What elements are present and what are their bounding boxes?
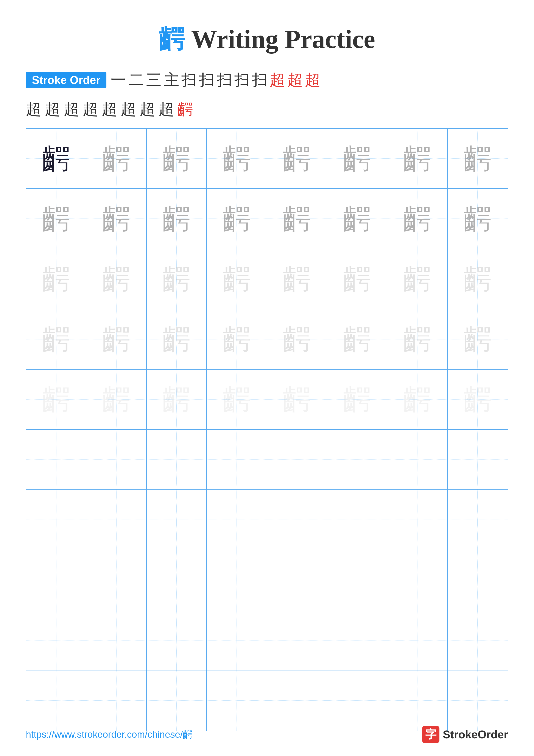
- grid-cell[interactable]: [147, 430, 207, 490]
- grid-row: [26, 430, 508, 490]
- stroke-order-badge: Stroke Order: [26, 72, 106, 88]
- grid-cell[interactable]: [207, 430, 267, 490]
- grid-cell[interactable]: 齶: [387, 249, 447, 309]
- grid-cell[interactable]: [447, 550, 508, 610]
- grid-cell[interactable]: 齶: [207, 189, 267, 249]
- grid-cell[interactable]: [207, 490, 267, 550]
- grid-cell[interactable]: [447, 490, 508, 550]
- grid-cell[interactable]: 齶: [267, 189, 327, 249]
- grid-cell[interactable]: 齶: [387, 309, 447, 369]
- grid-cell[interactable]: [447, 610, 508, 670]
- grid-cell[interactable]: 齶: [147, 309, 207, 369]
- grid-cell[interactable]: [447, 670, 508, 731]
- grid-cell[interactable]: 齶: [87, 129, 146, 189]
- grid-cell[interactable]: 齶: [26, 249, 87, 309]
- grid-cell[interactable]: 齶: [207, 249, 267, 309]
- grid-cell[interactable]: [387, 610, 447, 670]
- grid-cell[interactable]: [207, 550, 267, 610]
- grid-cell[interactable]: 齶: [26, 309, 87, 369]
- grid-cell[interactable]: 齶: [207, 309, 267, 369]
- grid-cell[interactable]: 齶: [327, 129, 387, 189]
- grid-cell[interactable]: [327, 430, 387, 490]
- grid-cell[interactable]: [327, 670, 387, 731]
- grid-cell[interactable]: [26, 670, 87, 731]
- grid-cell[interactable]: [87, 430, 146, 490]
- grid-cell[interactable]: [387, 490, 447, 550]
- grid-cell[interactable]: 齶: [87, 189, 146, 249]
- stroke-sequence-line2: 超 超 超 超 超 超 超 超 齶: [26, 99, 508, 120]
- grid-cell[interactable]: 齶: [387, 189, 447, 249]
- grid-cell[interactable]: 齶: [447, 369, 508, 430]
- page-header: 齶 Writing Practice: [26, 13, 508, 57]
- grid-cell[interactable]: 齶: [267, 369, 327, 430]
- grid-cell[interactable]: [147, 610, 207, 670]
- grid-cell[interactable]: [207, 670, 267, 731]
- grid-cell[interactable]: 齶: [327, 369, 387, 430]
- grid-cell[interactable]: 齶: [87, 249, 146, 309]
- grid-cell[interactable]: [387, 430, 447, 490]
- grid-cell[interactable]: 齶: [267, 309, 327, 369]
- grid-cell[interactable]: 齶: [447, 249, 508, 309]
- grid-cell[interactable]: 齶: [447, 189, 508, 249]
- grid-cell[interactable]: [26, 430, 87, 490]
- grid-row: [26, 550, 508, 610]
- footer-url[interactable]: https://www.strokeorder.com/chinese/齶: [26, 728, 192, 741]
- grid-cell[interactable]: [87, 670, 146, 731]
- grid-cell[interactable]: 齶: [147, 189, 207, 249]
- brand-icon: 字: [422, 726, 440, 743]
- grid-cell[interactable]: 齶: [147, 129, 207, 189]
- grid-cell[interactable]: [267, 430, 327, 490]
- grid-cell[interactable]: 齶: [447, 129, 508, 189]
- brand-name: StrokeOrder: [443, 728, 508, 741]
- grid-cell[interactable]: [87, 610, 146, 670]
- grid-cell[interactable]: 齶: [387, 369, 447, 430]
- featured-character: 齶: [159, 21, 185, 57]
- grid-cell[interactable]: 齶: [327, 309, 387, 369]
- grid-cell[interactable]: [87, 490, 146, 550]
- grid-cell[interactable]: [267, 490, 327, 550]
- grid-cell[interactable]: 齶: [267, 129, 327, 189]
- grid-cell[interactable]: [267, 550, 327, 610]
- grid-cell[interactable]: 齶: [147, 369, 207, 430]
- grid-cell[interactable]: 齶: [267, 249, 327, 309]
- grid-cell[interactable]: [387, 670, 447, 731]
- stroke-order-section: Stroke Order 一 二 三 主 扫 扫 扫 扫 扫 超 超 超: [26, 69, 508, 90]
- grid-cell[interactable]: 齶: [26, 129, 87, 189]
- footer: https://www.strokeorder.com/chinese/齶 字 …: [26, 726, 508, 743]
- grid-cell[interactable]: [26, 490, 87, 550]
- grid-cell[interactable]: [327, 610, 387, 670]
- grid-cell[interactable]: 齶: [327, 189, 387, 249]
- grid-cell[interactable]: 齶: [87, 369, 146, 430]
- grid-cell[interactable]: 齶: [207, 129, 267, 189]
- grid-row: 齶 齶 齶 齶 齶 齶 齶 齶: [26, 309, 508, 369]
- grid-cell[interactable]: 齶: [26, 189, 87, 249]
- grid-cell[interactable]: [267, 610, 327, 670]
- grid-cell[interactable]: 齶: [87, 309, 146, 369]
- footer-brand: 字 StrokeOrder: [422, 726, 508, 743]
- grid-cell[interactable]: [147, 490, 207, 550]
- grid-cell[interactable]: [447, 430, 508, 490]
- grid-cell[interactable]: [267, 670, 327, 731]
- grid-cell[interactable]: [26, 610, 87, 670]
- grid-cell[interactable]: [387, 550, 447, 610]
- grid-cell[interactable]: 齶: [387, 129, 447, 189]
- grid-cell[interactable]: [207, 610, 267, 670]
- grid-cell[interactable]: 齶: [447, 309, 508, 369]
- grid-row: 齶 齶 齶 齶 齶 齶 齶 齶: [26, 249, 508, 309]
- grid-row: [26, 490, 508, 550]
- grid-cell[interactable]: 齶: [207, 369, 267, 430]
- grid-cell[interactable]: [327, 550, 387, 610]
- grid-cell[interactable]: [327, 490, 387, 550]
- grid-cell[interactable]: [26, 550, 87, 610]
- grid-cell[interactable]: 齶: [147, 249, 207, 309]
- grid-cell[interactable]: [147, 550, 207, 610]
- grid-row: [26, 670, 508, 731]
- practice-grid: 齶 齶 齶 齶 齶 齶 齶 齶 齶 齶 齶 齶 齶 齶 齶 齶 齶 齶 齶 齶 …: [26, 128, 508, 731]
- grid-row: [26, 610, 508, 670]
- page-title: 齶 Writing Practice: [26, 21, 508, 57]
- grid-cell[interactable]: 齶: [26, 369, 87, 430]
- grid-cell[interactable]: [87, 550, 146, 610]
- grid-cell[interactable]: 齶: [327, 249, 387, 309]
- grid-cell[interactable]: [147, 670, 207, 731]
- stroke-sequence-line1: 一 二 三 主 扫 扫 扫 扫 扫 超 超 超: [111, 69, 320, 90]
